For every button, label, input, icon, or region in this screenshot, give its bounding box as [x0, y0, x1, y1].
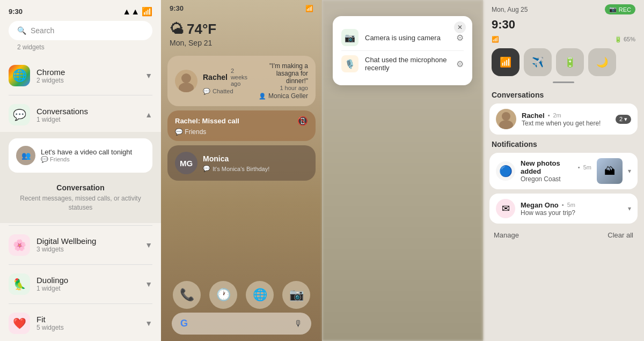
recording-badge: 📷 REC: [605, 4, 635, 14]
notifications-panel: Mon, Aug 25 📷 REC 9:30 📶 🔋 65% 📶 ✈️ 🔋 🌙 …: [483, 0, 644, 341]
status-bar: 9:30 ▲▲ 📶: [9, 6, 152, 17]
gmail-notification[interactable]: ✉ Megan Ono • 5m How was your trip? ▾: [489, 194, 638, 224]
gmail-app-icon: ✉: [496, 199, 515, 218]
camera-privacy-row: 📷 Camera is using camera ⚙: [341, 25, 464, 50]
status-icons: ▲▲ 📶: [122, 6, 152, 17]
widget-item-fit[interactable]: ❤️ Fit 5 widgets ▼: [0, 306, 161, 340]
gmail-notif-content: Megan Ono • 5m How was your trip?: [521, 201, 623, 217]
preview-card[interactable]: 👥 Let's have a video call tonight 💬 Frie…: [9, 138, 152, 173]
home-status-icons: 📶: [305, 5, 313, 12]
widget-item-chrome[interactable]: 🌐 Chrome 2 widgets ▼: [0, 58, 161, 93]
widget-item-duolingo[interactable]: 🦜 Duolingo 1 widget ▼: [0, 267, 161, 301]
airplane-toggle[interactable]: ✈️: [524, 48, 552, 76]
google-search-pill[interactable]: G 🎙: [172, 313, 311, 335]
rachel-notif-name: Rachel: [522, 112, 545, 120]
dock-phone[interactable]: 📞: [173, 281, 201, 309]
dock-clock[interactable]: 🕐: [209, 281, 237, 309]
widget-list: 🌐 Chrome 2 widgets ▼ 💬 Conversations 1 w…: [0, 58, 161, 341]
google-g-icon: G: [180, 318, 188, 329]
temperature-display: 🌤 74°F: [170, 21, 313, 38]
rachel-notif-content: Rachel • 2m Text me when you get here!: [522, 112, 610, 127]
rachel-name: Rachel: [203, 73, 228, 81]
dock-chrome[interactable]: 🌐: [246, 281, 274, 309]
wifi-toggle[interactable]: 📶: [492, 48, 519, 76]
clear-all-button[interactable]: Clear all: [608, 231, 633, 239]
notifications-section-title: Notifications: [483, 137, 644, 151]
close-button[interactable]: ✕: [454, 21, 466, 33]
battery-toggle[interactable]: 🔋: [556, 48, 584, 76]
widget-item-digital-wellbeing[interactable]: 🌸 Digital Wellbeing 3 widgets ▼: [0, 228, 161, 262]
widget-item-conversations[interactable]: 💬 Conversations 1 widget ▲: [0, 98, 161, 132]
gmail-expand-icon[interactable]: ▾: [628, 205, 631, 212]
chrome-count: 2 widgets: [36, 77, 145, 84]
weather-widget[interactable]: 🌤 74°F Mon, Sep 21: [161, 17, 322, 51]
mic-privacy-row: 🎙️ Chat used the microphone recently ⚙: [341, 50, 464, 77]
camera-privacy-text: Camera is using camera: [365, 34, 450, 42]
photos-notification[interactable]: 🔵 New photos added • 5m Oregon Coast 🏔 ▾: [489, 153, 638, 189]
photos-thumbnail: 🏔: [597, 158, 623, 184]
missed-call-icon: 📵: [297, 116, 308, 126]
rachel-conv-card[interactable]: Rachel 2 weeks ago 💬 Chatted "I'm making…: [167, 56, 316, 106]
privacy-panel: ✕ 📷 Camera is using camera ⚙ 🎙️ Chat use…: [322, 0, 483, 341]
mic-app-icon: 🎙️: [341, 55, 358, 72]
svg-point-0: [181, 73, 191, 83]
photos-time: 5m: [583, 164, 591, 171]
dnd-toggle[interactable]: 🌙: [588, 48, 616, 76]
fit-count: 5 widgets: [36, 324, 145, 331]
duolingo-info: Duolingo 1 widget: [36, 276, 145, 292]
digital-wellbeing-icon: 🌸: [9, 234, 30, 256]
search-bar[interactable]: 🔍 Search: [9, 21, 152, 40]
temperature-value: 74°F: [187, 21, 216, 38]
monica-avatar-small: 👤: [259, 93, 266, 100]
camera-app-icon: 📷: [341, 29, 358, 46]
monica-info: Monica 💬 It's Monica's Birthday!: [203, 154, 308, 172]
weather-icon: 🌤: [170, 21, 184, 38]
conversations-info: Conversations 1 widget: [36, 107, 145, 123]
group-icon: 💬: [41, 156, 50, 162]
home-time: 9:30: [170, 4, 184, 12]
rec-icon: 📷: [609, 6, 617, 13]
fit-name: Fit: [36, 315, 145, 324]
mic-settings-icon[interactable]: ⚙: [456, 59, 464, 69]
home-dock: 📞 🕐 🌐 📷: [161, 281, 322, 309]
widget-desc-text: Recent messages, missed calls, or activi…: [9, 194, 152, 212]
rachel-notification[interactable]: Rachel • 2m Text me when you get here! 2…: [489, 103, 638, 135]
conversations-icon: 💬: [9, 104, 30, 125]
chatted-status: Chatted: [213, 88, 233, 94]
dock-camera[interactable]: 📷: [282, 281, 310, 309]
quick-toggles: 📶 ✈️ 🔋 🌙: [483, 45, 644, 81]
gmail-sender: Megan Ono: [521, 201, 559, 209]
group-icon2: 💬: [175, 128, 185, 136]
divider-1: [9, 95, 152, 95]
mic-icon: 🎙: [294, 319, 303, 329]
manage-button[interactable]: Manage: [494, 231, 519, 239]
monica-conv-name: Monica: [203, 154, 229, 163]
photos-expand-icon[interactable]: ▾: [628, 167, 631, 175]
search-icon: 🔍: [17, 26, 26, 35]
rachel-message-preview: "I'm making a lasagna for dinner!" 1 hou…: [253, 62, 308, 100]
monica-conv-card[interactable]: MG Monica 💬 It's Monica's Birthday!: [167, 145, 316, 181]
monica-avatar: MG: [175, 152, 197, 174]
preview-avatar: 👥: [16, 146, 35, 165]
missed-call-card[interactable]: Rachel: Missed call 📵 💬 Friends: [167, 110, 316, 141]
panel4-time: 9:30: [483, 17, 644, 36]
divider-2: [9, 225, 152, 226]
conversations-expanded: 👥 Let's have a video call tonight 💬 Frie…: [0, 132, 161, 223]
digital-wellbeing-info: Digital Wellbeing 3 widgets: [36, 236, 145, 253]
panel4-status-right: 📷 REC: [605, 4, 635, 14]
battery-status: 🔋 65%: [614, 36, 635, 43]
digital-wellbeing-count: 3 widgets: [36, 246, 145, 253]
duolingo-name: Duolingo: [36, 276, 145, 285]
missed-call-text: Rachel: Missed call: [175, 117, 239, 125]
search-label: Search: [31, 26, 54, 35]
widget-picker-panel: 9:30 ▲▲ 📶 🔍 Search 2 widgets 🌐 Chrome 2 …: [0, 0, 161, 341]
gmail-notif-inner: ✉ Megan Ono • 5m How was your trip? ▾: [496, 199, 631, 218]
recording-indicator: 📷 REC: [605, 4, 635, 14]
preview-message: Let's have a video call tonight: [41, 148, 132, 156]
conversations-name: Conversations: [36, 107, 145, 116]
duolingo-chevron: ▼: [145, 280, 152, 288]
mic-privacy-text: Chat used the microphone recently: [365, 56, 450, 72]
conversations-section-title: Conversations: [483, 87, 644, 101]
conversations-chevron: ▲: [145, 110, 152, 119]
camera-settings-icon[interactable]: ⚙: [456, 33, 464, 43]
